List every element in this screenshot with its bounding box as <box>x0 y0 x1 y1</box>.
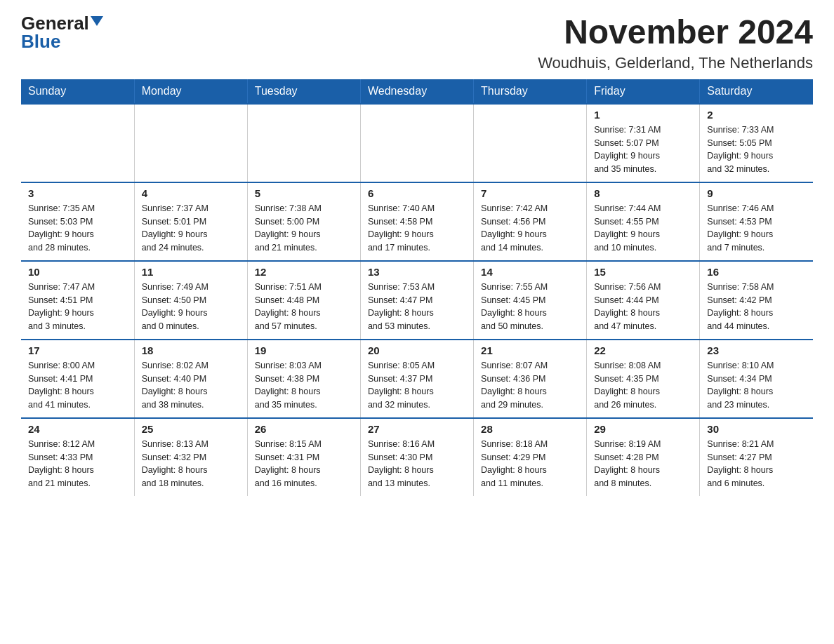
weekday-header-friday: Friday <box>587 79 700 104</box>
calendar-cell: 25Sunrise: 8:13 AM Sunset: 4:32 PM Dayli… <box>134 418 247 496</box>
day-info: Sunrise: 8:03 AM Sunset: 4:38 PM Dayligh… <box>255 359 353 412</box>
day-info: Sunrise: 7:53 AM Sunset: 4:47 PM Dayligh… <box>368 281 466 333</box>
page-header: General Blue November 2024 Woudhuis, Gel… <box>21 14 813 72</box>
calendar-cell: 5Sunrise: 7:38 AM Sunset: 5:00 PM Daylig… <box>247 182 360 261</box>
day-number: 25 <box>142 423 240 435</box>
day-info: Sunrise: 8:00 AM Sunset: 4:41 PM Dayligh… <box>28 359 127 412</box>
day-info: Sunrise: 8:13 AM Sunset: 4:32 PM Dayligh… <box>142 438 240 490</box>
day-number: 22 <box>594 344 692 356</box>
calendar-cell: 20Sunrise: 8:05 AM Sunset: 4:37 PM Dayli… <box>360 340 473 418</box>
calendar-cell: 11Sunrise: 7:49 AM Sunset: 4:50 PM Dayli… <box>134 261 247 340</box>
day-info: Sunrise: 7:56 AM Sunset: 4:44 PM Dayligh… <box>594 281 692 333</box>
day-info: Sunrise: 8:16 AM Sunset: 4:30 PM Dayligh… <box>368 438 466 490</box>
day-number: 11 <box>142 266 240 278</box>
calendar-cell: 3Sunrise: 7:35 AM Sunset: 5:03 PM Daylig… <box>21 182 134 261</box>
weekday-header-monday: Monday <box>134 79 247 104</box>
calendar-cell: 29Sunrise: 8:19 AM Sunset: 4:28 PM Dayli… <box>587 418 700 496</box>
calendar-cell: 18Sunrise: 8:02 AM Sunset: 4:40 PM Dayli… <box>134 340 247 418</box>
calendar-cell: 9Sunrise: 7:46 AM Sunset: 4:53 PM Daylig… <box>700 182 813 261</box>
day-info: Sunrise: 7:31 AM Sunset: 5:07 PM Dayligh… <box>594 123 692 176</box>
day-info: Sunrise: 8:10 AM Sunset: 4:34 PM Dayligh… <box>707 359 806 412</box>
day-number: 14 <box>481 266 579 278</box>
calendar-cell: 22Sunrise: 8:08 AM Sunset: 4:35 PM Dayli… <box>587 340 700 418</box>
day-number: 12 <box>255 266 353 278</box>
calendar-week-row: 1Sunrise: 7:31 AM Sunset: 5:07 PM Daylig… <box>21 104 813 182</box>
day-number: 13 <box>368 266 466 278</box>
title-block: November 2024 Woudhuis, Gelderland, The … <box>538 14 813 72</box>
calendar-week-row: 17Sunrise: 8:00 AM Sunset: 4:41 PM Dayli… <box>21 340 813 418</box>
day-info: Sunrise: 8:08 AM Sunset: 4:35 PM Dayligh… <box>594 359 692 412</box>
calendar-cell: 10Sunrise: 7:47 AM Sunset: 4:51 PM Dayli… <box>21 261 134 340</box>
day-info: Sunrise: 7:44 AM Sunset: 4:55 PM Dayligh… <box>594 202 692 255</box>
day-info: Sunrise: 7:46 AM Sunset: 4:53 PM Dayligh… <box>707 202 806 255</box>
day-info: Sunrise: 8:19 AM Sunset: 4:28 PM Dayligh… <box>594 438 692 490</box>
calendar-cell <box>360 104 473 182</box>
calendar-cell <box>21 104 134 182</box>
logo-blue-text: Blue <box>21 31 60 52</box>
day-info: Sunrise: 7:33 AM Sunset: 5:05 PM Dayligh… <box>707 123 806 176</box>
day-number: 23 <box>707 344 806 356</box>
day-info: Sunrise: 8:21 AM Sunset: 4:27 PM Dayligh… <box>707 438 806 490</box>
weekday-header-wednesday: Wednesday <box>360 79 473 104</box>
calendar-cell: 23Sunrise: 8:10 AM Sunset: 4:34 PM Dayli… <box>700 340 813 418</box>
day-number: 19 <box>255 344 353 356</box>
day-number: 6 <box>368 187 466 199</box>
day-info: Sunrise: 7:37 AM Sunset: 5:01 PM Dayligh… <box>142 202 240 255</box>
calendar-week-row: 24Sunrise: 8:12 AM Sunset: 4:33 PM Dayli… <box>21 418 813 496</box>
day-number: 27 <box>368 423 466 435</box>
logo-triangle-icon <box>91 16 103 26</box>
page-subtitle: Woudhuis, Gelderland, The Netherlands <box>538 54 813 72</box>
day-number: 16 <box>707 266 806 278</box>
day-info: Sunrise: 8:02 AM Sunset: 4:40 PM Dayligh… <box>142 359 240 412</box>
calendar-header-row: SundayMondayTuesdayWednesdayThursdayFrid… <box>21 79 813 104</box>
logo: General Blue <box>21 14 103 51</box>
day-info: Sunrise: 8:18 AM Sunset: 4:29 PM Dayligh… <box>481 438 579 490</box>
calendar-cell: 14Sunrise: 7:55 AM Sunset: 4:45 PM Dayli… <box>474 261 587 340</box>
day-number: 28 <box>481 423 579 435</box>
day-info: Sunrise: 7:35 AM Sunset: 5:03 PM Dayligh… <box>28 202 127 255</box>
calendar-cell: 28Sunrise: 8:18 AM Sunset: 4:29 PM Dayli… <box>474 418 587 496</box>
day-info: Sunrise: 7:51 AM Sunset: 4:48 PM Dayligh… <box>255 281 353 333</box>
calendar-cell <box>134 104 247 182</box>
weekday-header-saturday: Saturday <box>700 79 813 104</box>
day-info: Sunrise: 7:49 AM Sunset: 4:50 PM Dayligh… <box>142 281 240 333</box>
calendar-cell <box>247 104 360 182</box>
day-number: 20 <box>368 344 466 356</box>
day-number: 1 <box>594 109 692 121</box>
calendar-cell <box>474 104 587 182</box>
calendar-cell: 30Sunrise: 8:21 AM Sunset: 4:27 PM Dayli… <box>700 418 813 496</box>
day-number: 24 <box>28 423 127 435</box>
weekday-header-sunday: Sunday <box>21 79 134 104</box>
calendar-week-row: 3Sunrise: 7:35 AM Sunset: 5:03 PM Daylig… <box>21 182 813 261</box>
calendar-cell: 1Sunrise: 7:31 AM Sunset: 5:07 PM Daylig… <box>587 104 700 182</box>
calendar-cell: 27Sunrise: 8:16 AM Sunset: 4:30 PM Dayli… <box>360 418 473 496</box>
day-info: Sunrise: 8:05 AM Sunset: 4:37 PM Dayligh… <box>368 359 466 412</box>
calendar-cell: 15Sunrise: 7:56 AM Sunset: 4:44 PM Dayli… <box>587 261 700 340</box>
day-number: 8 <box>594 187 692 199</box>
day-number: 17 <box>28 344 127 356</box>
day-number: 18 <box>142 344 240 356</box>
day-number: 3 <box>28 187 127 199</box>
day-number: 10 <box>28 266 127 278</box>
day-number: 2 <box>707 109 806 121</box>
calendar-cell: 4Sunrise: 7:37 AM Sunset: 5:01 PM Daylig… <box>134 182 247 261</box>
day-number: 4 <box>142 187 240 199</box>
day-info: Sunrise: 7:42 AM Sunset: 4:56 PM Dayligh… <box>481 202 579 255</box>
calendar-cell: 6Sunrise: 7:40 AM Sunset: 4:58 PM Daylig… <box>360 182 473 261</box>
day-info: Sunrise: 8:12 AM Sunset: 4:33 PM Dayligh… <box>28 438 127 490</box>
day-info: Sunrise: 8:07 AM Sunset: 4:36 PM Dayligh… <box>481 359 579 412</box>
calendar-cell: 7Sunrise: 7:42 AM Sunset: 4:56 PM Daylig… <box>474 182 587 261</box>
day-number: 5 <box>255 187 353 199</box>
day-number: 15 <box>594 266 692 278</box>
calendar-cell: 2Sunrise: 7:33 AM Sunset: 5:05 PM Daylig… <box>700 104 813 182</box>
day-info: Sunrise: 7:38 AM Sunset: 5:00 PM Dayligh… <box>255 202 353 255</box>
calendar-cell: 26Sunrise: 8:15 AM Sunset: 4:31 PM Dayli… <box>247 418 360 496</box>
calendar-week-row: 10Sunrise: 7:47 AM Sunset: 4:51 PM Dayli… <box>21 261 813 340</box>
day-number: 29 <box>594 423 692 435</box>
weekday-header-tuesday: Tuesday <box>247 79 360 104</box>
calendar-cell: 13Sunrise: 7:53 AM Sunset: 4:47 PM Dayli… <box>360 261 473 340</box>
weekday-header-thursday: Thursday <box>474 79 587 104</box>
day-info: Sunrise: 7:40 AM Sunset: 4:58 PM Dayligh… <box>368 202 466 255</box>
calendar-cell: 19Sunrise: 8:03 AM Sunset: 4:38 PM Dayli… <box>247 340 360 418</box>
day-number: 7 <box>481 187 579 199</box>
